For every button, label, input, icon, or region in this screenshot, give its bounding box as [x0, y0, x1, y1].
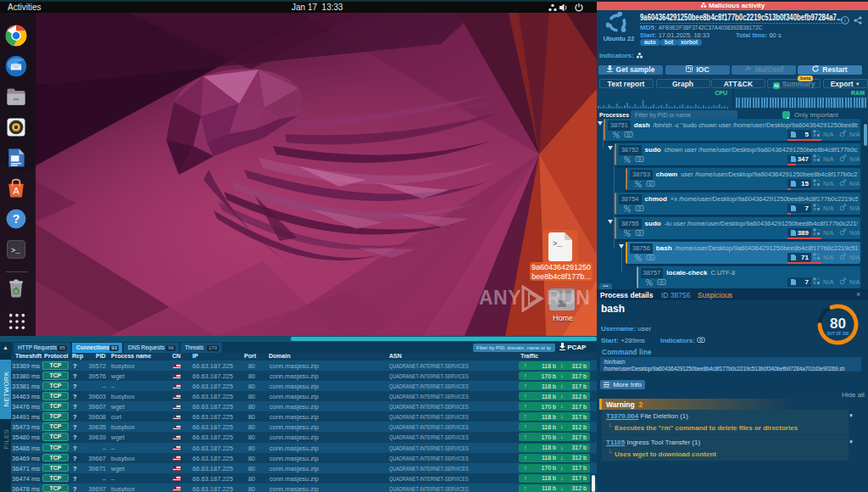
- svg-text:80: 80: [830, 316, 846, 332]
- svg-text:>_: >_: [11, 247, 20, 255]
- svg-text:OUT OF 100: OUT OF 100: [827, 332, 849, 336]
- svg-text:A: A: [13, 186, 19, 196]
- svg-text:?: ?: [13, 212, 20, 226]
- svg-text:>_: >_: [553, 240, 562, 249]
